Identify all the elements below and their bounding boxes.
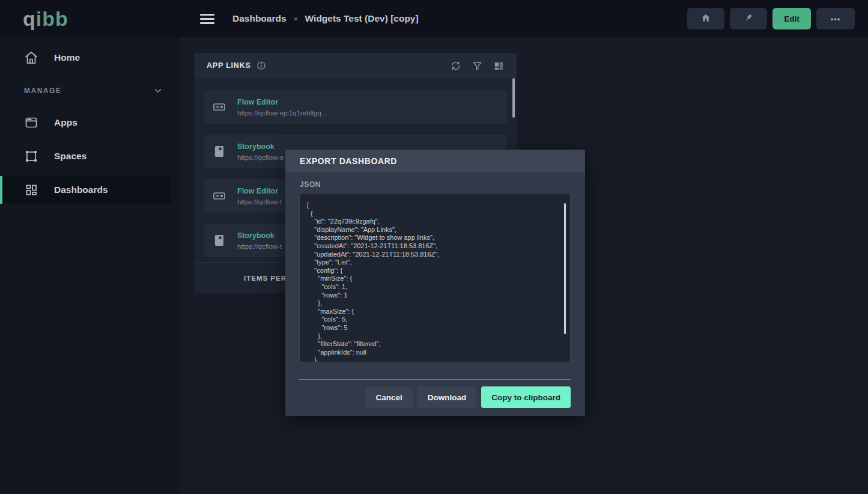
textarea-scrollbar-thumb[interactable] — [564, 203, 566, 334]
pin-button[interactable] — [730, 8, 767, 29]
export-dashboard-modal: EXPORT DASHBOARD JSON [ { "id": "22q739c… — [285, 150, 585, 416]
breadcrumb: Dashboards Widgets Test (Dev) [copy] — [232, 13, 419, 24]
json-text: [ { "id": "22q739c9zgafq", "displayName"… — [300, 194, 570, 362]
manage-section-label: MANAGE — [24, 87, 61, 95]
sidebar: qibb Home MANAGE Apps Spaces — [0, 0, 180, 494]
filter-icon[interactable] — [472, 60, 483, 72]
logo-letter-q: q — [23, 7, 36, 30]
app-link-name: Storybook — [237, 231, 282, 240]
flow-editor-icon — [212, 100, 226, 114]
cancel-button[interactable]: Cancel — [365, 386, 412, 408]
json-field-label: JSON — [300, 180, 321, 189]
home-icon — [24, 50, 38, 65]
logo-letters-ibb: ibb — [36, 7, 68, 30]
app-link-name: Flow Editor — [237, 98, 327, 106]
breadcrumb-section[interactable]: Dashboards — [232, 13, 287, 24]
download-button[interactable]: Download — [417, 386, 477, 408]
app-link-name: Storybook — [237, 142, 284, 151]
flow-editor-icon — [212, 189, 226, 203]
sidebar-section-manage[interactable]: MANAGE — [0, 85, 180, 97]
home-filled-icon — [700, 13, 711, 25]
modal-title: EXPORT DASHBOARD — [300, 156, 397, 166]
sidebar-item-dashboards[interactable]: Dashboards — [0, 176, 171, 204]
dashboards-icon — [24, 183, 38, 197]
pin-icon — [743, 13, 754, 25]
apps-icon — [24, 115, 38, 130]
breadcrumb-separator-dot — [294, 17, 297, 20]
more-button[interactable]: ••• — [816, 8, 855, 29]
modal-footer-divider — [299, 379, 571, 380]
sidebar-item-label: Spaces — [54, 151, 86, 162]
json-textarea[interactable]: [ { "id": "22q739c9zgafq", "displayName"… — [299, 193, 571, 362]
panel-scrollbar-thumb[interactable] — [512, 78, 515, 118]
refresh-icon[interactable] — [450, 60, 461, 72]
app-link-url: https://qcflow-t — [237, 198, 282, 206]
spaces-icon — [24, 149, 38, 163]
app-link-url: https://qcflow-t — [237, 243, 282, 250]
sidebar-item-label: Home — [54, 52, 80, 63]
app-root: qibb Home MANAGE Apps Spaces — [0, 0, 868, 494]
app-link-url: https://qcflow-e — [237, 154, 284, 161]
modal-buttons: Cancel Download Copy to clipboard — [365, 386, 571, 408]
info-icon[interactable] — [256, 61, 266, 70]
home-button[interactable] — [687, 8, 724, 29]
sidebar-item-label: Dashboards — [54, 184, 108, 195]
list-item[interactable]: Flow Editor https://qcflow-ejc1q1rehltgq… — [204, 90, 507, 124]
edit-button[interactable]: Edit — [772, 8, 811, 29]
copy-to-clipboard-button[interactable]: Copy to clipboard — [481, 386, 571, 408]
app-links-widget-header: APP LINKS — [195, 53, 517, 78]
sidebar-item-apps[interactable]: Apps — [0, 110, 180, 135]
book-icon — [212, 144, 226, 159]
header-actions: Edit ••• — [687, 8, 855, 29]
panel-title: APP LINKS — [207, 61, 251, 70]
app-link-url: https://qcflow-ejc1q1rehltgq... — [237, 109, 327, 117]
sidebar-item-spaces[interactable]: Spaces — [0, 144, 180, 169]
sidebar-item-home[interactable]: Home — [0, 45, 180, 70]
modal-titlebar: EXPORT DASHBOARD — [285, 150, 585, 172]
sidebar-item-label: Apps — [54, 117, 77, 128]
app-link-name: Flow Editor — [237, 187, 282, 195]
top-header: Dashboards Widgets Test (Dev) [copy] Edi… — [180, 0, 868, 37]
widget-layout-icon[interactable] — [493, 60, 505, 72]
chevron-down-icon — [153, 85, 163, 96]
book-icon — [212, 233, 226, 248]
menu-button[interactable] — [200, 14, 214, 24]
breadcrumb-page-title: Widgets Test (Dev) [copy] — [305, 13, 419, 24]
qibb-logo-text: qibb — [23, 8, 68, 29]
panel-actions — [450, 60, 505, 72]
qibb-logo[interactable]: qibb — [0, 0, 180, 37]
